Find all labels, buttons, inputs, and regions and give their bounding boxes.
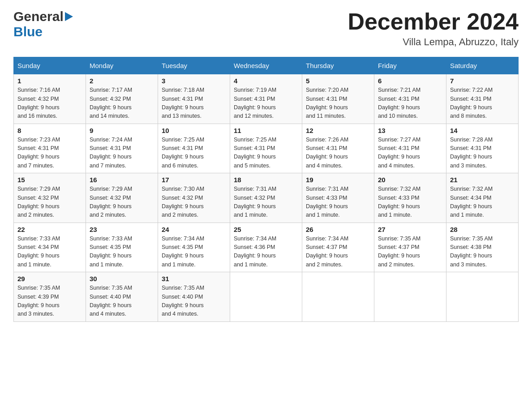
page-header: General Blue December 2024 Villa Lempa, … [13, 9, 519, 48]
title-section: December 2024 Villa Lempa, Abruzzo, Ital… [348, 9, 519, 48]
calendar-cell: 11 Sunrise: 7:25 AM Sunset: 4:31 PM Dayl… [230, 124, 302, 173]
day-info: Sunrise: 7:24 AM Sunset: 4:31 PM Dayligh… [90, 136, 154, 171]
day-number: 11 [234, 127, 298, 134]
calendar-cell: 13 Sunrise: 7:27 AM Sunset: 4:31 PM Dayl… [374, 124, 446, 173]
day-info: Sunrise: 7:28 AM Sunset: 4:31 PM Dayligh… [450, 136, 515, 171]
header-friday: Friday [374, 57, 446, 74]
logo-triangle-icon [65, 12, 73, 23]
day-info: Sunrise: 7:30 AM Sunset: 4:32 PM Dayligh… [162, 185, 226, 220]
day-info: Sunrise: 7:33 AM Sunset: 4:35 PM Dayligh… [90, 235, 154, 270]
calendar-cell: 4 Sunrise: 7:19 AM Sunset: 4:31 PM Dayli… [230, 74, 302, 124]
calendar-week-row: 22 Sunrise: 7:33 AM Sunset: 4:34 PM Dayl… [14, 223, 519, 272]
day-info: Sunrise: 7:25 AM Sunset: 4:31 PM Dayligh… [234, 136, 298, 171]
day-number: 12 [306, 127, 370, 134]
calendar-table: Sunday Monday Tuesday Wednesday Thursday… [13, 57, 519, 322]
day-info: Sunrise: 7:29 AM Sunset: 4:32 PM Dayligh… [17, 185, 82, 220]
calendar-cell [302, 272, 374, 322]
day-number: 24 [162, 226, 226, 233]
calendar-cell: 7 Sunrise: 7:22 AM Sunset: 4:31 PM Dayli… [446, 74, 519, 124]
calendar-header: Sunday Monday Tuesday Wednesday Thursday… [14, 57, 519, 74]
weekday-header-row: Sunday Monday Tuesday Wednesday Thursday… [14, 57, 519, 74]
day-number: 17 [162, 176, 226, 184]
calendar-cell: 15 Sunrise: 7:29 AM Sunset: 4:32 PM Dayl… [14, 173, 86, 223]
day-info: Sunrise: 7:19 AM Sunset: 4:31 PM Dayligh… [234, 86, 298, 121]
calendar-cell: 29 Sunrise: 7:35 AM Sunset: 4:39 PM Dayl… [14, 272, 86, 322]
day-info: Sunrise: 7:32 AM Sunset: 4:33 PM Dayligh… [378, 185, 442, 220]
calendar-cell: 16 Sunrise: 7:29 AM Sunset: 4:32 PM Dayl… [86, 173, 158, 223]
day-info: Sunrise: 7:31 AM Sunset: 4:33 PM Dayligh… [306, 185, 370, 220]
calendar-cell: 3 Sunrise: 7:18 AM Sunset: 4:31 PM Dayli… [158, 74, 230, 124]
day-number: 31 [162, 275, 226, 283]
calendar-cell: 21 Sunrise: 7:32 AM Sunset: 4:34 PM Dayl… [446, 173, 519, 223]
calendar-cell: 17 Sunrise: 7:30 AM Sunset: 4:32 PM Dayl… [158, 173, 230, 223]
calendar-cell: 6 Sunrise: 7:21 AM Sunset: 4:31 PM Dayli… [374, 74, 446, 124]
day-number: 16 [90, 176, 154, 184]
day-info: Sunrise: 7:27 AM Sunset: 4:31 PM Dayligh… [378, 136, 442, 171]
header-thursday: Thursday [302, 57, 374, 74]
day-info: Sunrise: 7:34 AM Sunset: 4:35 PM Dayligh… [162, 235, 226, 270]
calendar-cell: 24 Sunrise: 7:34 AM Sunset: 4:35 PM Dayl… [158, 223, 230, 272]
day-info: Sunrise: 7:16 AM Sunset: 4:32 PM Dayligh… [17, 86, 82, 121]
day-number: 27 [378, 226, 442, 233]
calendar-cell: 27 Sunrise: 7:35 AM Sunset: 4:37 PM Dayl… [374, 223, 446, 272]
day-info: Sunrise: 7:34 AM Sunset: 4:36 PM Dayligh… [234, 235, 298, 270]
day-info: Sunrise: 7:22 AM Sunset: 4:31 PM Dayligh… [450, 86, 515, 121]
calendar-cell [446, 272, 519, 322]
day-number: 2 [90, 77, 154, 85]
header-saturday: Saturday [446, 57, 519, 74]
day-info: Sunrise: 7:35 AM Sunset: 4:38 PM Dayligh… [450, 235, 515, 270]
day-number: 15 [17, 176, 82, 184]
day-number: 13 [378, 127, 442, 134]
day-number: 21 [450, 176, 515, 184]
day-info: Sunrise: 7:35 AM Sunset: 4:39 PM Dayligh… [17, 284, 82, 319]
day-number: 4 [234, 77, 298, 85]
calendar-cell: 26 Sunrise: 7:34 AM Sunset: 4:37 PM Dayl… [302, 223, 374, 272]
location-subtitle: Villa Lempa, Abruzzo, Italy [348, 36, 519, 48]
month-title: December 2024 [348, 9, 519, 34]
header-wednesday: Wednesday [230, 57, 302, 74]
header-monday: Monday [86, 57, 158, 74]
day-info: Sunrise: 7:18 AM Sunset: 4:31 PM Dayligh… [162, 86, 226, 121]
day-number: 14 [450, 127, 515, 134]
day-info: Sunrise: 7:34 AM Sunset: 4:37 PM Dayligh… [306, 235, 370, 270]
day-number: 3 [162, 77, 226, 85]
header-tuesday: Tuesday [158, 57, 230, 74]
day-info: Sunrise: 7:33 AM Sunset: 4:34 PM Dayligh… [17, 235, 82, 270]
calendar-cell: 2 Sunrise: 7:17 AM Sunset: 4:32 PM Dayli… [86, 74, 158, 124]
header-sunday: Sunday [14, 57, 86, 74]
calendar-cell: 12 Sunrise: 7:26 AM Sunset: 4:31 PM Dayl… [302, 124, 374, 173]
calendar-cell: 30 Sunrise: 7:35 AM Sunset: 4:40 PM Dayl… [86, 272, 158, 322]
day-number: 10 [162, 127, 226, 134]
calendar-cell: 1 Sunrise: 7:16 AM Sunset: 4:32 PM Dayli… [14, 74, 86, 124]
day-info: Sunrise: 7:20 AM Sunset: 4:31 PM Dayligh… [306, 86, 370, 121]
calendar-cell: 9 Sunrise: 7:24 AM Sunset: 4:31 PM Dayli… [86, 124, 158, 173]
calendar-cell [230, 272, 302, 322]
day-info: Sunrise: 7:31 AM Sunset: 4:32 PM Dayligh… [234, 185, 298, 220]
calendar-week-row: 29 Sunrise: 7:35 AM Sunset: 4:39 PM Dayl… [14, 272, 519, 322]
calendar-cell [374, 272, 446, 322]
day-info: Sunrise: 7:35 AM Sunset: 4:37 PM Dayligh… [378, 235, 442, 270]
day-number: 30 [90, 275, 154, 283]
day-number: 20 [378, 176, 442, 184]
logo-blue-text: Blue [13, 24, 43, 39]
calendar-cell: 22 Sunrise: 7:33 AM Sunset: 4:34 PM Dayl… [14, 223, 86, 272]
day-number: 26 [306, 226, 370, 233]
calendar-cell: 14 Sunrise: 7:28 AM Sunset: 4:31 PM Dayl… [446, 124, 519, 173]
day-number: 9 [90, 127, 154, 134]
calendar-week-row: 8 Sunrise: 7:23 AM Sunset: 4:31 PM Dayli… [14, 124, 519, 173]
calendar-cell: 19 Sunrise: 7:31 AM Sunset: 4:33 PM Dayl… [302, 173, 374, 223]
day-info: Sunrise: 7:35 AM Sunset: 4:40 PM Dayligh… [162, 284, 226, 319]
day-number: 23 [90, 226, 154, 233]
day-number: 6 [378, 77, 442, 85]
logo-general-text: General [13, 9, 64, 24]
calendar-cell: 25 Sunrise: 7:34 AM Sunset: 4:36 PM Dayl… [230, 223, 302, 272]
day-info: Sunrise: 7:23 AM Sunset: 4:31 PM Dayligh… [17, 136, 82, 171]
day-number: 19 [306, 176, 370, 184]
calendar-cell: 5 Sunrise: 7:20 AM Sunset: 4:31 PM Dayli… [302, 74, 374, 124]
calendar-cell: 8 Sunrise: 7:23 AM Sunset: 4:31 PM Dayli… [14, 124, 86, 173]
day-number: 22 [17, 226, 82, 233]
day-number: 5 [306, 77, 370, 85]
day-info: Sunrise: 7:25 AM Sunset: 4:31 PM Dayligh… [162, 136, 226, 171]
calendar-week-row: 15 Sunrise: 7:29 AM Sunset: 4:32 PM Dayl… [14, 173, 519, 223]
logo: General Blue [13, 9, 73, 39]
